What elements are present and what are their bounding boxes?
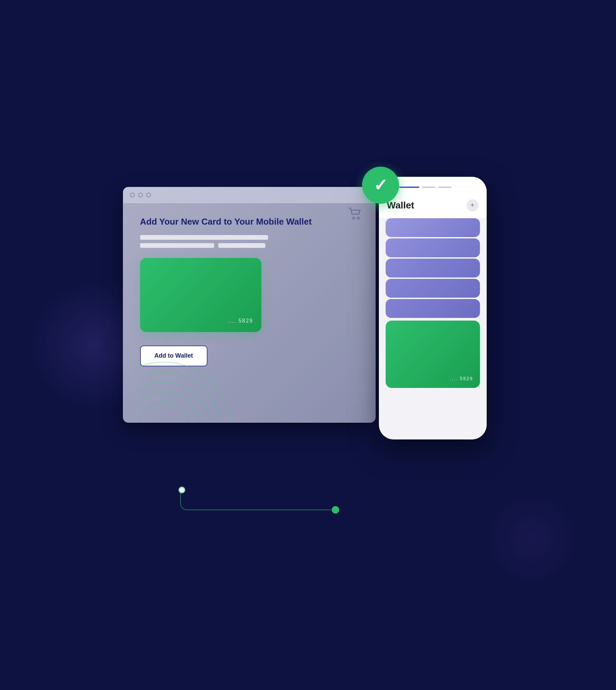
phone-header-lines (399, 186, 452, 188)
phone-stacked-card-4[interactable] (386, 279, 480, 298)
svg-point-0 (353, 217, 355, 219)
phone-screen: ← Wallet + (379, 177, 487, 440)
scene-container: Add Your New Card to Your Mobile Wallet … (123, 160, 493, 530)
browser-dot-red (130, 193, 135, 197)
browser-input-short2 (218, 243, 265, 248)
phone-card-dots: .... (450, 376, 460, 381)
browser-input-short1 (140, 243, 214, 248)
phone-stacked-card-3[interactable] (386, 259, 480, 277)
browser-window: Add Your New Card to Your Mobile Wallet … (123, 187, 376, 423)
phone-nav-line-inactive-1 (422, 186, 436, 188)
phone-stacked-card-5[interactable] (386, 299, 480, 318)
phone-card-digits: 5829 (460, 376, 473, 381)
phone-nav-line-inactive-2 (438, 186, 452, 188)
phone-nav-line-active (399, 186, 419, 188)
connection-dot-left (178, 487, 185, 493)
phone-stacked-card-1[interactable] (386, 218, 480, 237)
svg-point-1 (357, 217, 359, 219)
cart-icon-container (348, 207, 362, 222)
phone-wallet-header: Wallet + (379, 197, 487, 218)
browser-content: Add Your New Card to Your Mobile Wallet … (123, 203, 375, 380)
phone-wallet-title: Wallet (387, 200, 414, 211)
mobile-phone: ← Wallet + (379, 177, 487, 440)
browser-dot-green (146, 193, 151, 197)
background-glow-right (481, 488, 582, 589)
cart-icon (348, 210, 362, 222)
connection-line (180, 490, 335, 510)
browser-input-row2 (140, 243, 358, 248)
phone-stacked-card-2[interactable] (386, 239, 480, 257)
browser-card-dots: .... (228, 318, 239, 324)
check-badge: ✓ (362, 167, 399, 204)
phone-main-card[interactable]: .... 5829 (386, 320, 480, 388)
phone-add-card-button[interactable]: + (466, 199, 479, 212)
phone-card-number: .... 5829 (450, 376, 473, 381)
phone-cards-stack (379, 218, 487, 318)
browser-dot-yellow (138, 193, 143, 197)
browser-credit-card: .... 5829 (140, 258, 261, 332)
browser-page-title: Add Your New Card to Your Mobile Wallet (140, 217, 358, 227)
arcs-container (137, 362, 305, 423)
browser-titlebar (123, 187, 375, 203)
connection-dot-right (332, 506, 339, 514)
browser-card-number: .... 5829 (228, 318, 253, 324)
check-mark-icon: ✓ (374, 177, 388, 194)
browser-card-digits: 5829 (239, 318, 253, 324)
browser-input-row1 (140, 235, 268, 240)
